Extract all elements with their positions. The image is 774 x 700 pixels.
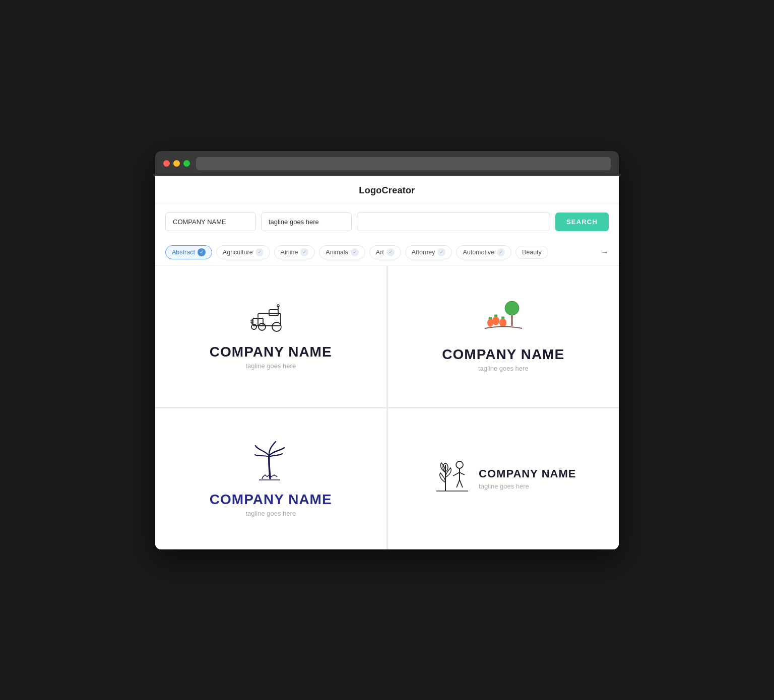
logo-card-1[interactable]: COMPANY NAME tagline goes here — [155, 266, 386, 407]
filter-chip-agriculture[interactable]: Agriculture ✓ — [216, 245, 270, 259]
filter-chip-attorney[interactable]: Attorney ✓ — [405, 245, 453, 259]
search-bar: SEARCH — [155, 203, 619, 240]
filter-chip-animals[interactable]: Animals ✓ — [319, 245, 365, 259]
svg-point-3 — [259, 323, 266, 330]
farmer-plant-icon — [430, 455, 471, 495]
logo-card-4[interactable]: COMPANY NAME tagline goes here — [388, 408, 619, 549]
tagline-2: tagline goes here — [478, 365, 529, 372]
company-name-3: COMPANY NAME — [210, 492, 332, 508]
company-name-input[interactable] — [165, 213, 256, 231]
traffic-lights — [163, 160, 190, 167]
check-icon: ✓ — [255, 248, 264, 256]
tagline-1: tagline goes here — [245, 362, 296, 370]
svg-line-22 — [460, 472, 465, 475]
filter-chip-beauty[interactable]: Beauty — [515, 246, 548, 259]
keyword-input[interactable] — [357, 213, 550, 231]
svg-point-15 — [487, 319, 493, 327]
filter-next-arrow[interactable]: → — [601, 248, 609, 257]
logo-text-4: COMPANY NAME tagline goes here — [479, 467, 576, 490]
filter-chip-abstract[interactable]: Abstract ✓ — [165, 245, 212, 259]
check-icon: ✓ — [437, 248, 445, 256]
filter-label: Automotive — [463, 249, 494, 256]
tagline-4: tagline goes here — [479, 482, 529, 490]
svg-point-19 — [456, 461, 463, 468]
maximize-button[interactable] — [183, 160, 190, 167]
app-header: LogoCreator — [155, 176, 619, 203]
farm-tree-icon — [481, 301, 526, 338]
filter-label: Art — [376, 249, 384, 256]
filter-chip-art[interactable]: Art ✓ — [369, 245, 401, 259]
browser-window: LogoCreator SEARCH Abstract ✓ Agricultur… — [155, 151, 619, 549]
app-title: LogoCreator — [359, 185, 415, 195]
check-icon: ✓ — [198, 248, 206, 256]
harvester-icon — [248, 303, 293, 336]
filter-chip-automotive[interactable]: Automotive ✓ — [456, 245, 511, 259]
check-icon: ✓ — [351, 248, 359, 256]
minimize-button[interactable] — [173, 160, 180, 167]
svg-rect-2 — [269, 310, 278, 316]
logo-card-3[interactable]: COMPANY NAME tagline goes here — [155, 408, 386, 549]
tagline-input[interactable] — [261, 213, 352, 231]
company-name-2: COMPANY NAME — [442, 346, 564, 363]
svg-line-24 — [460, 480, 463, 487]
svg-point-5 — [251, 324, 256, 329]
tagline-3: tagline goes here — [245, 510, 296, 517]
svg-line-23 — [457, 480, 460, 487]
browser-chrome — [155, 151, 619, 176]
company-name-1: COMPANY NAME — [210, 344, 332, 360]
palm-tree-icon — [248, 441, 293, 483]
svg-point-14 — [499, 318, 506, 327]
search-button[interactable]: SEARCH — [555, 213, 609, 231]
check-icon: ✓ — [497, 248, 505, 256]
filter-chip-airline[interactable]: Airline ✓ — [274, 245, 315, 259]
check-icon: ✓ — [386, 248, 395, 256]
filter-label: Attorney — [412, 249, 435, 256]
address-bar[interactable] — [196, 157, 611, 170]
logo-grid: COMPANY NAME tagline goes here — [155, 266, 619, 549]
filter-bar: Abstract ✓ Agriculture ✓ Airline ✓ Anima… — [155, 240, 619, 266]
app-content: LogoCreator SEARCH Abstract ✓ Agricultur… — [155, 176, 619, 549]
filter-label: Abstract — [172, 249, 195, 256]
filter-label: Beauty — [522, 249, 542, 256]
company-name-4: COMPANY NAME — [479, 467, 576, 480]
svg-point-11 — [505, 301, 519, 315]
filter-label: Agriculture — [223, 249, 253, 256]
svg-line-21 — [453, 472, 460, 476]
svg-point-4 — [272, 322, 281, 331]
check-icon: ✓ — [300, 248, 308, 256]
close-button[interactable] — [163, 160, 170, 167]
logo-card-2[interactable]: COMPANY NAME tagline goes here — [388, 266, 619, 407]
filter-label: Airline — [281, 249, 298, 256]
filter-label: Animals — [326, 249, 348, 256]
svg-point-10 — [277, 305, 279, 307]
svg-point-13 — [492, 316, 499, 325]
